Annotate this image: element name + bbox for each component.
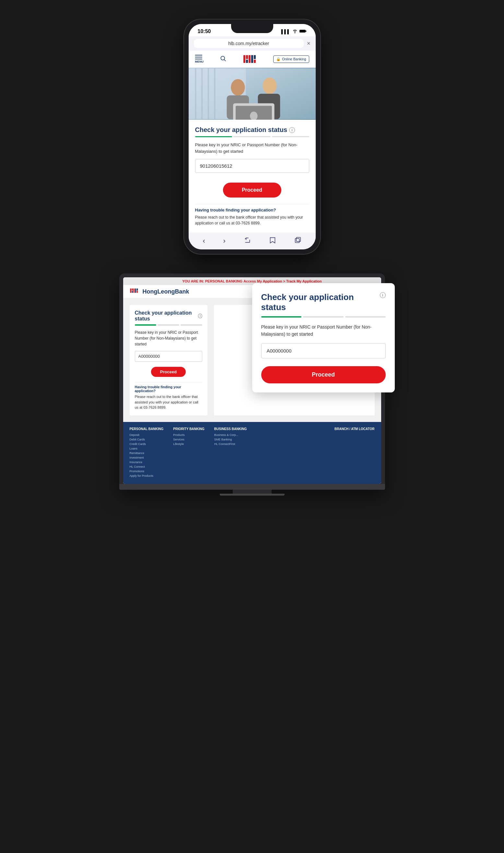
- sidebar-trouble-text: Please reach out to the bank officer tha…: [135, 394, 202, 410]
- svg-rect-25: [295, 238, 299, 243]
- sidebar-progress-step-1: [135, 324, 157, 326]
- footer-link-debit[interactable]: Debit Cards: [130, 438, 164, 441]
- sidebar-progress-step-3: [181, 324, 202, 326]
- modal-progress-step-2: [303, 316, 344, 317]
- bank-logo[interactable]: [243, 54, 257, 64]
- footer-link-biz-corp[interactable]: Business & Corp...: [214, 433, 247, 437]
- svg-point-2: [221, 56, 225, 60]
- svg-rect-9: [254, 55, 256, 59]
- svg-rect-28: [131, 289, 133, 291]
- footer-link-hlconnect[interactable]: HL Connect: [130, 465, 164, 468]
- desktop-sidebar: Check your application status i Please k…: [130, 305, 208, 416]
- sidebar-proceed-button[interactable]: Proceed: [151, 367, 186, 377]
- mobile-phone-section: 10:50 ▌▌▌ hlb.com.my/etracker ×: [184, 19, 320, 254]
- form-subtitle: Please key in your NRIC or Passport Numb…: [195, 142, 309, 154]
- footer-col-title-business: BUSINESS BANKING: [214, 427, 247, 431]
- footer-link-lifestyle[interactable]: Lifestyle: [173, 442, 204, 446]
- footer-link-insurance[interactable]: Insurance: [130, 460, 164, 464]
- svg-rect-1: [305, 30, 306, 32]
- svg-rect-26: [296, 238, 301, 242]
- online-banking-button[interactable]: 🔒 Online Banking: [273, 55, 309, 63]
- nric-input[interactable]: [195, 159, 309, 173]
- svg-point-20: [263, 77, 276, 94]
- progress-step-2: [233, 136, 271, 137]
- sidebar-section-title: Check your application status i: [135, 310, 202, 322]
- svg-rect-0: [300, 30, 306, 32]
- menu-button[interactable]: MENU: [195, 55, 204, 63]
- tabs-icon[interactable]: [294, 237, 302, 245]
- hero-image: [188, 68, 316, 120]
- share-icon[interactable]: [244, 237, 251, 245]
- modal-popup: Check your application status i Please k…: [252, 283, 395, 393]
- modal-nric-input[interactable]: [261, 343, 386, 359]
- sidebar-subtitle: Please key in your NRIC or Passport Numb…: [135, 330, 202, 347]
- footer-branch-locator: BRANCH / ATM LOCATOR: [335, 427, 375, 479]
- mobile-content: Check your application status i Please k…: [188, 120, 316, 232]
- svg-rect-30: [133, 289, 134, 293]
- svg-rect-32: [137, 289, 138, 291]
- browser-url[interactable]: hlb.com.my/etracker: [194, 39, 304, 48]
- breadcrumb-path: Access My Application > Track My Applica…: [244, 279, 322, 283]
- footer-col-personal: PERSONAL BANKING Deposit Debit Cards Cre…: [130, 427, 164, 479]
- modal-progress-step-1: [261, 316, 302, 317]
- logo-text: HongLeongBank: [143, 288, 189, 295]
- modal-title: Check your application status i: [261, 292, 386, 312]
- footer-link-apply[interactable]: Apply for Products: [130, 474, 164, 477]
- progress-step-3: [272, 136, 309, 137]
- footer-link-loans[interactable]: Loans: [130, 447, 164, 450]
- bookmark-icon[interactable]: [269, 237, 276, 245]
- trouble-text: Please reach out to the bank officer tha…: [195, 214, 309, 226]
- modal-info-icon[interactable]: i: [380, 292, 386, 298]
- footer-link-products[interactable]: Products: [173, 433, 204, 437]
- battery-icon: [300, 29, 307, 34]
- sidebar-divider: [135, 382, 202, 382]
- mobile-nav: MENU: [188, 51, 316, 68]
- browser-bottom-bar: ‹ ›: [188, 232, 316, 249]
- phone-screen: 10:50 ▌▌▌ hlb.com.my/etracker ×: [188, 24, 316, 249]
- footer-link-deposit[interactable]: Deposit: [130, 433, 164, 437]
- desktop-logo[interactable]: HongLeongBank: [130, 288, 189, 295]
- footer-link-hlconnectfirst[interactable]: HL ConnectFirst: [214, 442, 247, 446]
- lock-icon: 🔒: [276, 57, 281, 61]
- footer-link-remittance[interactable]: Remittance: [130, 451, 164, 455]
- footer-link-investment[interactable]: Investment: [130, 456, 164, 459]
- browser-bar: hlb.com.my/etracker ×: [188, 36, 316, 51]
- svg-rect-6: [246, 60, 248, 63]
- forward-icon[interactable]: ›: [223, 237, 226, 245]
- svg-rect-29: [131, 291, 133, 293]
- laptop-stand: [233, 490, 272, 494]
- footer-col-title-personal: PERSONAL BANKING: [130, 427, 164, 431]
- footer-link-promotions[interactable]: Promotions: [130, 470, 164, 473]
- svg-rect-31: [135, 289, 136, 293]
- progress-bar: [195, 136, 309, 137]
- footer-link-sme[interactable]: SME Banking: [214, 438, 247, 441]
- svg-rect-27: [130, 289, 131, 293]
- svg-rect-17: [214, 68, 215, 119]
- back-icon[interactable]: ‹: [202, 237, 205, 245]
- phone-notch: [231, 24, 273, 33]
- footer-link-credit[interactable]: Credit Cards: [130, 442, 164, 446]
- svg-rect-10: [254, 60, 256, 63]
- signal-icon: ▌▌▌: [281, 29, 290, 34]
- sidebar-progress-step-2: [158, 324, 179, 326]
- status-bar: 10:50 ▌▌▌: [188, 24, 316, 36]
- svg-line-3: [224, 59, 226, 61]
- progress-step-1: [195, 136, 232, 137]
- modal-subtitle: Please key in your NRIC or Passport Numb…: [261, 324, 386, 338]
- info-icon[interactable]: i: [289, 127, 295, 133]
- wifi-icon: [292, 29, 298, 34]
- footer-link-services[interactable]: Services: [173, 438, 204, 441]
- modal-proceed-button[interactable]: Proceed: [261, 366, 386, 383]
- proceed-button[interactable]: Proceed: [223, 182, 281, 197]
- browser-close-icon[interactable]: ×: [307, 40, 310, 47]
- divider: [195, 204, 309, 204]
- sidebar-progress-bar: [135, 324, 202, 326]
- svg-rect-15: [201, 68, 202, 119]
- status-icons: ▌▌▌: [281, 29, 307, 34]
- sidebar-trouble-title: Having trouble finding your application?: [135, 385, 202, 393]
- sidebar-info-icon[interactable]: i: [198, 314, 202, 318]
- svg-rect-14: [195, 68, 196, 119]
- sidebar-nric-input[interactable]: [135, 351, 202, 362]
- search-icon[interactable]: [220, 55, 226, 63]
- svg-rect-5: [246, 55, 248, 59]
